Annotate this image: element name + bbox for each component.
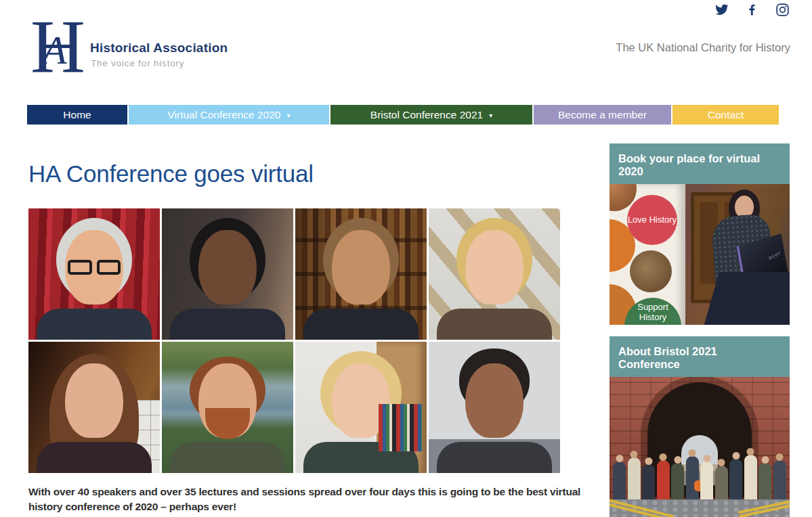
banner-circle-label: Love History	[628, 215, 677, 225]
logo-tagline: The voice for history	[91, 58, 184, 68]
nav-label: Home	[63, 109, 91, 121]
nav-item-bristol-conference-2021[interactable]: Bristol Conference 2021 ▾	[330, 105, 532, 125]
panel-title[interactable]: About Bristol 2021 Conference	[610, 336, 790, 377]
virtual-2020-promo-image[interactable]: Love History Support History acer	[610, 184, 790, 325]
speakers-photo-montage	[28, 208, 560, 473]
page-title: HA Conference goes virtual	[28, 160, 314, 187]
ha-monogram-icon: H A	[30, 12, 89, 80]
nav-label: Virtual Conference 2020	[168, 109, 281, 121]
intro-paragraph: With over 40 speakers and over 35 lectur…	[28, 485, 604, 514]
facebook-icon[interactable]	[745, 3, 759, 17]
chevron-down-icon: ▾	[286, 112, 290, 119]
monogram-a: A	[42, 30, 67, 70]
nav-label: Bristol Conference 2021	[370, 109, 483, 121]
sidebar-panel-book-virtual-2020[interactable]: Book your place for virtual 2020 Love Hi…	[610, 143, 790, 325]
twitter-icon[interactable]	[714, 3, 729, 17]
chevron-down-icon: ▾	[489, 112, 492, 119]
banner-photo-circle	[630, 250, 672, 292]
speaker-photo	[162, 208, 293, 340]
nav-item-contact[interactable]: Contact	[672, 105, 779, 125]
banner-love-history-circle: Love History	[627, 195, 677, 245]
nav-label: Contact	[708, 109, 744, 121]
nav-item-virtual-conference-2020[interactable]: Virtual Conference 2020 ▾	[129, 105, 329, 125]
panel-title[interactable]: Book your place for virtual 2020	[610, 143, 790, 184]
delegate-group	[610, 444, 790, 502]
laptop-brand: acer	[768, 250, 782, 261]
speaker-photo	[28, 342, 160, 473]
instagram-icon[interactable]	[775, 3, 790, 17]
speaker-photo	[295, 208, 427, 340]
nav-label: Become a member	[558, 109, 647, 121]
ha-logo[interactable]: H A Historical Association The voice for…	[30, 12, 234, 83]
charity-tagline: The UK National Charity for History	[616, 41, 790, 54]
speaker-photo	[429, 208, 560, 340]
main-navigation: Home Virtual Conference 2020 ▾ Bristol C…	[27, 105, 779, 125]
social-links	[714, 3, 790, 17]
nav-item-home[interactable]: Home	[27, 105, 127, 125]
nav-item-become-a-member[interactable]: Become a member	[534, 105, 671, 125]
banner-circle-label: Support History	[624, 302, 681, 323]
sidebar-panel-bristol-2021[interactable]: About Bristol 2021 Conference	[610, 336, 790, 517]
speaker-photo	[162, 342, 293, 473]
speaker-photo	[295, 342, 427, 473]
speaker-photo	[28, 208, 160, 340]
page: H A Historical Association The voice for…	[0, 0, 812, 517]
speaker-photo	[429, 342, 560, 473]
logo-title: Historical Association	[90, 41, 228, 55]
ha-roller-banner: Love History Support History	[610, 184, 685, 325]
bristol-2021-promo-image[interactable]	[610, 377, 790, 517]
